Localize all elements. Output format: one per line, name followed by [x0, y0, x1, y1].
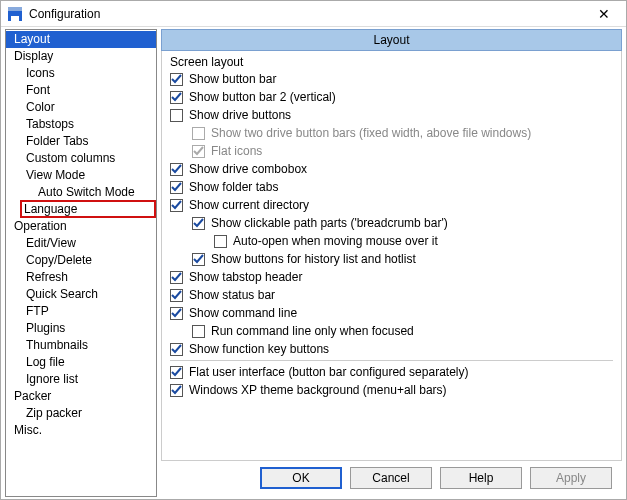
tree-item[interactable]: Plugins	[6, 320, 156, 337]
checkbox[interactable]	[170, 271, 183, 284]
tree-item[interactable]: Layout	[6, 31, 156, 48]
option-row: Show two drive button bars (fixed width,…	[192, 126, 613, 140]
checkbox	[192, 127, 205, 140]
tree-item[interactable]: Folder Tabs	[6, 133, 156, 150]
category-tree[interactable]: LayoutDisplayIconsFontColorTabstopsFolde…	[5, 29, 157, 497]
divider	[170, 360, 613, 361]
tree-item[interactable]: Edit/View	[6, 235, 156, 252]
checkbox[interactable]	[170, 384, 183, 397]
checkbox[interactable]	[170, 181, 183, 194]
button-bar: OK Cancel Help Apply	[161, 461, 622, 497]
apply-button[interactable]: Apply	[530, 467, 612, 489]
ok-button[interactable]: OK	[260, 467, 342, 489]
tree-item[interactable]: Auto Switch Mode	[6, 184, 156, 201]
body: LayoutDisplayIconsFontColorTabstopsFolde…	[1, 27, 626, 499]
checkbox-label: Show drive combobox	[189, 162, 307, 176]
tree-item[interactable]: Log file	[6, 354, 156, 371]
checkbox-label: Flat user interface (button bar configur…	[189, 365, 468, 379]
option-row: Flat icons	[192, 144, 613, 158]
app-icon	[7, 6, 23, 22]
option-row: Auto-open when moving mouse over it	[214, 234, 613, 248]
checkbox-label: Show command line	[189, 306, 297, 320]
svg-rect-2	[11, 16, 19, 21]
option-row: Show button bar	[170, 72, 613, 86]
checkbox-label: Show current directory	[189, 198, 309, 212]
checkbox-label: Show button bar 2 (vertical)	[189, 90, 336, 104]
tree-item[interactable]: Refresh	[6, 269, 156, 286]
checkbox[interactable]	[170, 109, 183, 122]
tree-item[interactable]: FTP	[6, 303, 156, 320]
checkbox-label: Show two drive button bars (fixed width,…	[211, 126, 531, 140]
checkbox[interactable]	[170, 366, 183, 379]
checkbox-label: Show buttons for history list and hotlis…	[211, 252, 416, 266]
right-pane: Layout Screen layout Show button barShow…	[161, 29, 622, 497]
option-row: Run command line only when focused	[192, 324, 613, 338]
checkbox-label: Show button bar	[189, 72, 276, 86]
tree-item[interactable]: Misc.	[6, 422, 156, 439]
tree-item-highlight[interactable]: Language	[20, 200, 156, 218]
checkbox-label: Windows XP theme background (menu+all ba…	[189, 383, 447, 397]
group-label: Screen layout	[170, 55, 613, 69]
option-row: Show current directory	[170, 198, 613, 212]
checkbox-label: Show drive buttons	[189, 108, 291, 122]
section-header: Layout	[161, 29, 622, 51]
tree-item[interactable]: Icons	[6, 65, 156, 82]
checkbox-label: Show clickable path parts ('breadcrumb b…	[211, 216, 448, 230]
checkbox-label: Show folder tabs	[189, 180, 278, 194]
option-row: Show buttons for history list and hotlis…	[192, 252, 613, 266]
option-row: Show folder tabs	[170, 180, 613, 194]
titlebar: Configuration ✕	[1, 1, 626, 27]
checkbox[interactable]	[192, 253, 205, 266]
tree-item[interactable]: Custom columns	[6, 150, 156, 167]
checkbox[interactable]	[170, 289, 183, 302]
checkbox[interactable]	[192, 217, 205, 230]
checkbox[interactable]	[170, 73, 183, 86]
checkbox-label: Flat icons	[211, 144, 262, 158]
checkbox[interactable]	[192, 325, 205, 338]
checkbox-label: Show function key buttons	[189, 342, 329, 356]
option-row: Show status bar	[170, 288, 613, 302]
checkbox[interactable]	[170, 163, 183, 176]
tree-item[interactable]: Copy/Delete	[6, 252, 156, 269]
tree-item[interactable]: Zip packer	[6, 405, 156, 422]
option-row: Show function key buttons	[170, 342, 613, 356]
window-title: Configuration	[29, 7, 588, 21]
option-row: Show tabstop header	[170, 270, 613, 284]
tree-item[interactable]: Ignore list	[6, 371, 156, 388]
close-icon[interactable]: ✕	[588, 6, 620, 22]
option-row: Flat user interface (button bar configur…	[170, 365, 613, 379]
help-button[interactable]: Help	[440, 467, 522, 489]
tree-item[interactable]: Thumbnails	[6, 337, 156, 354]
tree-item[interactable]: Font	[6, 82, 156, 99]
checkbox-label: Show tabstop header	[189, 270, 302, 284]
checkbox-label: Show status bar	[189, 288, 275, 302]
options-list-2: Flat user interface (button bar configur…	[170, 365, 613, 397]
checkbox	[192, 145, 205, 158]
checkbox[interactable]	[214, 235, 227, 248]
config-window: Configuration ✕ LayoutDisplayIconsFontCo…	[0, 0, 627, 500]
tree-item[interactable]: Display	[6, 48, 156, 65]
checkbox[interactable]	[170, 91, 183, 104]
option-row: Show drive buttons	[170, 108, 613, 122]
checkbox-label: Auto-open when moving mouse over it	[233, 234, 438, 248]
cancel-button[interactable]: Cancel	[350, 467, 432, 489]
option-row: Show clickable path parts ('breadcrumb b…	[192, 216, 613, 230]
tree-item[interactable]: Packer	[6, 388, 156, 405]
tree-item[interactable]: Quick Search	[6, 286, 156, 303]
option-row: Show command line	[170, 306, 613, 320]
options-list: Show button barShow button bar 2 (vertic…	[170, 72, 613, 356]
checkbox-label: Run command line only when focused	[211, 324, 414, 338]
checkbox[interactable]	[170, 307, 183, 320]
svg-rect-1	[8, 7, 22, 11]
checkbox[interactable]	[170, 343, 183, 356]
option-row: Windows XP theme background (menu+all ba…	[170, 383, 613, 397]
options-panel: Screen layout Show button barShow button…	[161, 51, 622, 461]
tree-item[interactable]: View Mode	[6, 167, 156, 184]
tree-item[interactable]: Operation	[6, 218, 156, 235]
option-row: Show button bar 2 (vertical)	[170, 90, 613, 104]
checkbox[interactable]	[170, 199, 183, 212]
tree-item[interactable]: Tabstops	[6, 116, 156, 133]
option-row: Show drive combobox	[170, 162, 613, 176]
tree-item[interactable]: Color	[6, 99, 156, 116]
